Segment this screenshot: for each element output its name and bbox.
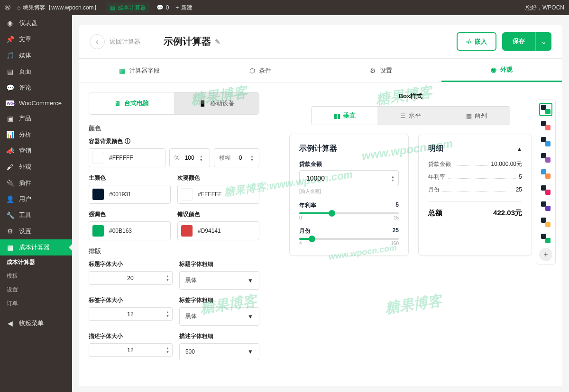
site-home[interactable]: ⌂ 糖果博客【www.wpocn.com】 — [17, 4, 100, 12]
desc-size-input[interactable]: ▲▼ — [89, 343, 173, 357]
save-button[interactable]: 保存 — [502, 32, 535, 51]
desc-weight-label: 描述字体粗细 — [179, 332, 259, 340]
theme-option[interactable] — [539, 119, 552, 132]
tab-conditions[interactable]: ⬡条件 — [200, 59, 321, 82]
calc-plugin-indicator[interactable]: ▦ 成本计算器 — [106, 2, 150, 13]
sidebar-collapse[interactable]: ◀收起菜单 — [0, 315, 72, 331]
save-dropdown[interactable]: ⌄ — [535, 32, 551, 51]
colors-section-title: 颜色 — [89, 124, 259, 133]
comments-link[interactable]: 💬 0 — [156, 4, 169, 11]
user-greeting[interactable]: 您好，WPOCN — [525, 4, 564, 12]
edit-title-icon[interactable]: ✎ — [215, 38, 220, 46]
wp-logo[interactable]: ⓦ — [5, 4, 10, 12]
tab-fields[interactable]: ▦计算器字段 — [79, 59, 200, 82]
container-bg-color[interactable]: #FFFFFF — [89, 148, 165, 167]
theme-option[interactable] — [539, 135, 552, 148]
sidebar-item-dashboard[interactable]: ◉仪表盘 — [0, 15, 72, 31]
primary-color-input[interactable]: #001931 — [89, 185, 171, 204]
back-button[interactable]: ‹ — [90, 34, 105, 49]
rate-value: 5 — [395, 201, 399, 210]
sidebar-item-comments[interactable]: 💬评论 — [0, 80, 72, 96]
preview-details-card: 明细▲ 贷款金额10,000.00元 年利率5 月份25 总额422.03元 — [418, 134, 532, 256]
months-value: 25 — [393, 227, 399, 235]
sidebar-item-products[interactable]: ▣产品 — [0, 110, 72, 127]
desc-weight-select[interactable]: 500▼ — [179, 343, 259, 360]
months-label: 月份 — [299, 227, 311, 235]
sidebar-item-pages[interactable]: ▤页面 — [0, 64, 72, 80]
theme-option[interactable] — [539, 232, 552, 245]
label-size-input[interactable]: ▲▼ — [89, 307, 173, 321]
typography-section-title: 排版 — [89, 247, 259, 255]
loan-input[interactable]: ▲▼ — [299, 170, 399, 186]
container-bg-blur[interactable]: 模糊 ▲▼ — [214, 148, 259, 167]
admin-topbar: ⓦ ⌂ 糖果博客【www.wpocn.com】 ▦ 成本计算器 💬 0 + 新建… — [0, 0, 569, 15]
error-color-input[interactable]: #D94141 — [177, 221, 259, 240]
secondary-color-label: 次要颜色 — [177, 174, 259, 182]
sidebar-item-users[interactable]: 👤用户 — [0, 191, 72, 207]
error-color-label: 错误颜色 — [177, 210, 259, 219]
label-size-label: 标签字体大小 — [89, 296, 173, 304]
new-content[interactable]: + 新建 — [175, 4, 193, 12]
sidebar-item-posts[interactable]: 📌文章 — [0, 31, 72, 47]
theme-option[interactable] — [539, 167, 552, 181]
sidebar-item-media[interactable]: 🎵媒体 — [0, 47, 72, 64]
accent-color-label: 强调色 — [89, 210, 171, 219]
sidebar-sub-settings[interactable]: 设置 — [0, 283, 72, 297]
sidebar-item-tools[interactable]: 🔧工具 — [0, 207, 72, 223]
info-icon[interactable]: ⓘ — [125, 137, 130, 146]
label-weight-label: 标签字体粗细 — [179, 296, 259, 304]
device-toggle: 🖥 台式电脑 📱 移动设备 — [89, 92, 259, 115]
sidebar-sub-calculator[interactable]: 成本计算器 — [0, 255, 72, 269]
rate-slider[interactable] — [299, 212, 399, 214]
sidebar-item-settings[interactable]: ⚙设置 — [0, 223, 72, 239]
box-style-tabs: ▮▮ 垂直 ☰ 水平 ▦ 两列 — [311, 106, 510, 125]
details-title: 明细 — [428, 144, 443, 154]
sidebar-item-calculator[interactable]: ▦成本计算器 — [0, 239, 72, 255]
theme-palette: + — [536, 100, 556, 264]
admin-sidebar: ◉仪表盘 📌文章 🎵媒体 ▤页面 💬评论 WooWooCommerce ▣产品 … — [0, 15, 72, 392]
page-title: 示例计算器✎ — [164, 35, 220, 48]
sidebar-sub-orders[interactable]: 订单 — [0, 297, 72, 310]
secondary-color-input[interactable]: #FFFFFF — [177, 185, 259, 204]
accent-color-input[interactable]: #00B163 — [89, 221, 171, 240]
box-style-title: Box样式 — [269, 92, 552, 100]
device-desktop[interactable]: 🖥 台式电脑 — [89, 92, 174, 114]
box-style-vertical[interactable]: ▮▮ 垂直 — [312, 107, 377, 125]
sidebar-item-marketing[interactable]: 📣营销 — [0, 143, 72, 159]
title-weight-select[interactable]: 黑体▼ — [179, 271, 259, 290]
sidebar-sub-templates[interactable]: 模板 — [0, 269, 72, 283]
title-size-input[interactable]: ▲▼ — [89, 271, 173, 285]
theme-option[interactable] — [539, 216, 552, 229]
theme-option[interactable] — [539, 151, 552, 164]
container-bg-opacity[interactable]: % ▲▼ — [169, 148, 210, 167]
page-header: ‹ 返回计算器 示例计算器✎ ‹/› 嵌入 保存 ⌄ — [79, 25, 562, 59]
tab-appearance[interactable]: ◉外观 — [441, 59, 562, 82]
collapse-icon[interactable]: ▲ — [517, 146, 522, 152]
title-size-label: 标题字体大小 — [89, 260, 173, 268]
main-tabs: ▦计算器字段 ⬡条件 ⚙设置 ◉外观 — [79, 59, 562, 82]
box-style-two-col[interactable]: ▦ 两列 — [444, 107, 510, 125]
desc-size-label: 描述字体大小 — [89, 332, 173, 340]
sidebar-item-plugins[interactable]: 🔌插件 — [0, 175, 72, 191]
sidebar-item-appearance[interactable]: 🖌外观 — [0, 159, 72, 175]
loan-label: 贷款金额 — [299, 160, 399, 168]
box-style-horizontal[interactable]: ☰ 水平 — [377, 107, 443, 125]
container-bg-label: 容器背景颜色 ⓘ — [89, 137, 259, 146]
theme-option[interactable] — [539, 103, 552, 116]
sidebar-item-analytics[interactable]: 📊分析 — [0, 127, 72, 143]
theme-option[interactable] — [539, 200, 552, 213]
title-weight-label: 标题字体粗细 — [179, 260, 259, 268]
back-label: 返回计算器 — [110, 37, 140, 46]
label-weight-select[interactable]: 黑体▼ — [179, 307, 259, 326]
preview-calculator-card: 示例计算器 贷款金额 ▲▼ [输入金额] 年利率5 015 月份25 41 — [289, 134, 409, 256]
sidebar-item-woocommerce[interactable]: WooWooCommerce — [0, 96, 72, 110]
tab-settings[interactable]: ⚙设置 — [321, 59, 441, 82]
months-slider[interactable] — [299, 238, 399, 240]
rate-label: 年利率 — [299, 201, 316, 210]
theme-option[interactable] — [539, 183, 552, 197]
theme-add-button[interactable]: + — [539, 248, 552, 261]
loan-hint: [输入金额] — [299, 188, 399, 195]
primary-color-label: 主颜色 — [89, 174, 171, 182]
device-mobile[interactable]: 📱 移动设备 — [174, 92, 259, 114]
embed-button[interactable]: ‹/› 嵌入 — [457, 32, 496, 51]
